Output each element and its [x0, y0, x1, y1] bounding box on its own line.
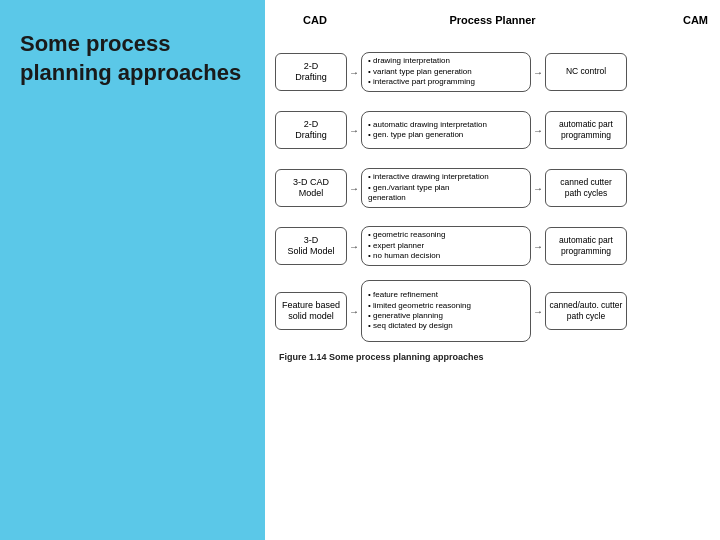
cad-box: 3-D CAD Model [275, 169, 347, 207]
arrow-planner-to-cam: → [531, 306, 545, 317]
diagram-row: 2-D Drafting→• automatic drawing interpr… [275, 104, 710, 156]
arrow-planner-to-cam: → [531, 241, 545, 252]
slide-title: Some process planning approaches [20, 30, 245, 87]
arrow-cad-to-planner: → [347, 67, 361, 78]
header-cad: CAD [303, 14, 327, 26]
diagram-row: 3-D CAD Model→• interactive drawing inte… [275, 162, 710, 214]
arrow-cad-to-planner: → [347, 241, 361, 252]
rows-container: 2-D Drafting→• drawing interpretation• v… [275, 46, 710, 344]
planner-box: • drawing interpretation• variant type p… [361, 52, 531, 91]
figure-caption-text: Some process planning approaches [327, 352, 484, 362]
planner-box: • geometric reasoning• expert planner• n… [361, 226, 531, 265]
cam-box: canned/auto. cutter path cycle [545, 292, 627, 330]
planner-box: • interactive drawing interpretation• ge… [361, 168, 531, 207]
header-planner: Process Planner [449, 14, 535, 26]
diagram-header: CAD Process Planner CAM [275, 12, 710, 28]
diagram-row: Feature based solid model→• feature refi… [275, 278, 710, 344]
diagram-row: 2-D Drafting→• drawing interpretation• v… [275, 46, 710, 98]
planner-box: • feature refinement• limited geometric … [361, 280, 531, 342]
cad-box: 2-D Drafting [275, 53, 347, 91]
diagram-row: 3-D Solid Model→• geometric reasoning• e… [275, 220, 710, 272]
figure-caption-bold: Figure 1.14 [279, 352, 327, 362]
arrow-planner-to-cam: → [531, 125, 545, 136]
diagram-panel: CAD Process Planner CAM 2-D Drafting→• d… [265, 0, 720, 540]
arrow-planner-to-cam: → [531, 183, 545, 194]
arrow-cad-to-planner: → [347, 183, 361, 194]
header-cam: CAM [683, 14, 708, 26]
arrow-planner-to-cam: → [531, 67, 545, 78]
cam-box: automatic part programming [545, 227, 627, 265]
cad-box: Feature based solid model [275, 292, 347, 330]
cam-box: canned cutter path cycles [545, 169, 627, 207]
planner-box: • automatic drawing interpretation• gen.… [361, 111, 531, 149]
arrow-cad-to-planner: → [347, 306, 361, 317]
cad-box: 3-D Solid Model [275, 227, 347, 265]
arrow-cad-to-planner: → [347, 125, 361, 136]
cad-box: 2-D Drafting [275, 111, 347, 149]
figure-caption: Figure 1.14 Some process planning approa… [275, 352, 710, 362]
cam-box: automatic part programming [545, 111, 627, 149]
cam-box: NC control [545, 53, 627, 91]
left-panel: Some process planning approaches [0, 0, 265, 540]
